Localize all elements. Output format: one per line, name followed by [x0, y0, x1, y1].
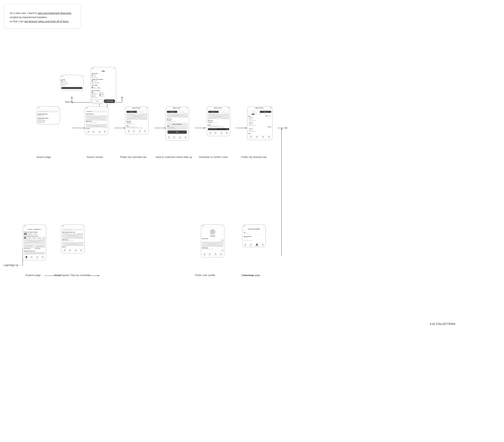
- filter-header: 9:41 ▪▪▪: [91, 67, 116, 70]
- public-profile-label: Public user profile: [195, 274, 215, 276]
- login-signup-label: Login/Sign Up ←: [3, 264, 21, 267]
- most-popular-search[interactable]: 🔍 Search Destination...: [62, 229, 84, 231]
- search-results-input[interactable]: Rome, Italy: [86, 110, 107, 113]
- filter-sheet: 9:41 ▪▪▪ Filter Trip Duration 1-3 days 3…: [90, 67, 116, 104]
- save-button[interactable]: Save: [167, 130, 187, 134]
- apply-button[interactable]: [61, 87, 83, 89]
- sort-by-header: 9:41 ▪▪▪: [60, 75, 83, 77]
- search-page-label: Search page: [36, 156, 51, 159]
- save-collection-screen: ← Week in Rome ⤴ ☆ Overview Itinerary Ab…: [165, 106, 189, 141]
- collections-title: COLLECTIONS: [243, 227, 265, 231]
- itinerary-screen: ← Week in Rome ⤴ ★ Overview Itinerary Da…: [247, 106, 273, 140]
- snackbar-label: Snackbar to confirm save: [199, 156, 228, 159]
- snackbar-screen: ← Week in Rome ⤴ ★ Overview Itinerary Ab…: [207, 106, 230, 136]
- filter-label: Filter: [104, 100, 110, 103]
- save-collection-label: Save to collection sheet slide up: [156, 156, 192, 159]
- public-profile-screen: 9:41 ▪▪▪ Username Location, age Public T…: [201, 224, 224, 258]
- create-new-collection[interactable]: + Create New Collection: [244, 240, 264, 241]
- avatar: [210, 229, 215, 235]
- filter-title: Filter: [92, 71, 115, 72]
- collections-bottom-label: 9.41 COLLECTIONS: [430, 322, 455, 325]
- explore-screen: 9:41 ▪▪▪ TRAVEL COMMUNITY Explore by Typ…: [23, 224, 46, 260]
- collections-page-label: Collections page: [241, 274, 260, 276]
- save-collection-modal: Save to Collection All Rome Collection +…: [166, 123, 188, 135]
- itinerary-label: Public trip itinerary tab: [241, 156, 267, 159]
- trip-overview-screen: ← Week in Rome ⤴ ☆ Overview Itinerary Ab…: [125, 106, 149, 134]
- clear-button[interactable]: Clear: [92, 99, 103, 103]
- user-story-text: As a new user, I want to view and bookma…: [10, 11, 75, 23]
- sort-by-sheet: 9:41 ▪▪▪ Sort By Top Match Most Popular …: [60, 75, 84, 91]
- snackbar: Saved to Rome Collection UNDO: [208, 128, 229, 130]
- explore-label: Explore page: [26, 274, 41, 276]
- search-results-label: Search results: [87, 156, 103, 159]
- sort-by-title: Sort By: [61, 79, 83, 80]
- sort-by-label: Sort by: [65, 100, 73, 103]
- search-results-screen: 9:41 ▪▪▪ Rome, Italy Search Results Week…: [85, 106, 108, 135]
- search-screen: 9:41 ▪▪▪ ✕ Search Destination... Recentl…: [36, 106, 60, 124]
- collections-screen: 9:41 ▪▪▪ COLLECTIONS All 16 Bookmarks Ro…: [242, 224, 266, 247]
- user-story-card: As a new user, I want to view and bookma…: [4, 4, 81, 28]
- public-trip-overview-label: Public trip overview tab: [120, 156, 146, 159]
- most-popular-screen: 9:41 ▪▪▪ 🔍 Search Destination... Most Po…: [61, 224, 85, 254]
- most-popular-label: Most Popular Trips by continent: [54, 274, 90, 276]
- search-input[interactable]: ✕ Search Destination...: [38, 110, 59, 113]
